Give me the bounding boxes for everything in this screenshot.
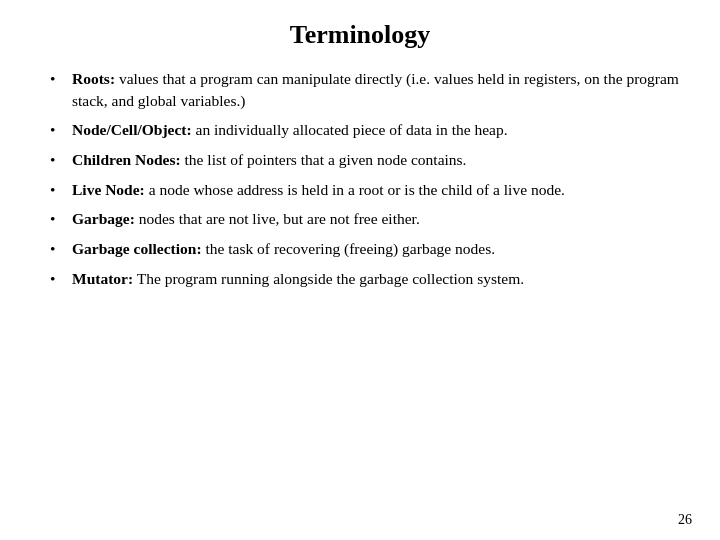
bullet-term: Children Nodes:: [72, 151, 181, 168]
page-number: 26: [678, 512, 692, 528]
bullet-term: Node/Cell/Object:: [72, 121, 192, 138]
slide-content: • Roots: values that a program can manip…: [40, 68, 680, 290]
bullet-description: an individually allocated piece of data …: [192, 121, 508, 138]
list-item: • Mutator: The program running alongside…: [50, 268, 680, 290]
bullet-text: Mutator: The program running alongside t…: [72, 268, 680, 290]
bullet-text: Garbage: nodes that are not live, but ar…: [72, 208, 680, 230]
bullet-symbol: •: [50, 119, 68, 141]
bullet-term: Mutator:: [72, 270, 133, 287]
bullet-description: The program running alongside the garbag…: [133, 270, 524, 287]
bullet-list: • Roots: values that a program can manip…: [50, 68, 680, 290]
bullet-description: values that a program can manipulate dir…: [72, 70, 679, 109]
bullet-symbol: •: [50, 268, 68, 290]
bullet-symbol: •: [50, 179, 68, 201]
list-item: • Node/Cell/Object: an individually allo…: [50, 119, 680, 141]
bullet-description: the task of recovering (freeing) garbage…: [202, 240, 496, 257]
list-item: • Garbage collection: the task of recove…: [50, 238, 680, 260]
bullet-term: Roots:: [72, 70, 115, 87]
bullet-symbol: •: [50, 238, 68, 260]
bullet-description: the list of pointers that a given node c…: [181, 151, 467, 168]
bullet-text: Children Nodes: the list of pointers tha…: [72, 149, 680, 171]
list-item: • Live Node: a node whose address is hel…: [50, 179, 680, 201]
bullet-description: nodes that are not live, but are not fre…: [135, 210, 420, 227]
bullet-symbol: •: [50, 149, 68, 171]
bullet-text: Live Node: a node whose address is held …: [72, 179, 680, 201]
bullet-symbol: •: [50, 68, 68, 90]
bullet-text: Node/Cell/Object: an individually alloca…: [72, 119, 680, 141]
bullet-text: Roots: values that a program can manipul…: [72, 68, 680, 111]
bullet-text: Garbage collection: the task of recoveri…: [72, 238, 680, 260]
bullet-term: Garbage:: [72, 210, 135, 227]
slide-container: Terminology • Roots: values that a progr…: [0, 0, 720, 540]
bullet-term: Garbage collection:: [72, 240, 202, 257]
list-item: • Garbage: nodes that are not live, but …: [50, 208, 680, 230]
bullet-symbol: •: [50, 208, 68, 230]
bullet-term: Live Node:: [72, 181, 145, 198]
list-item: • Roots: values that a program can manip…: [50, 68, 680, 111]
slide-title: Terminology: [40, 20, 680, 50]
list-item: • Children Nodes: the list of pointers t…: [50, 149, 680, 171]
bullet-description: a node whose address is held in a root o…: [145, 181, 565, 198]
